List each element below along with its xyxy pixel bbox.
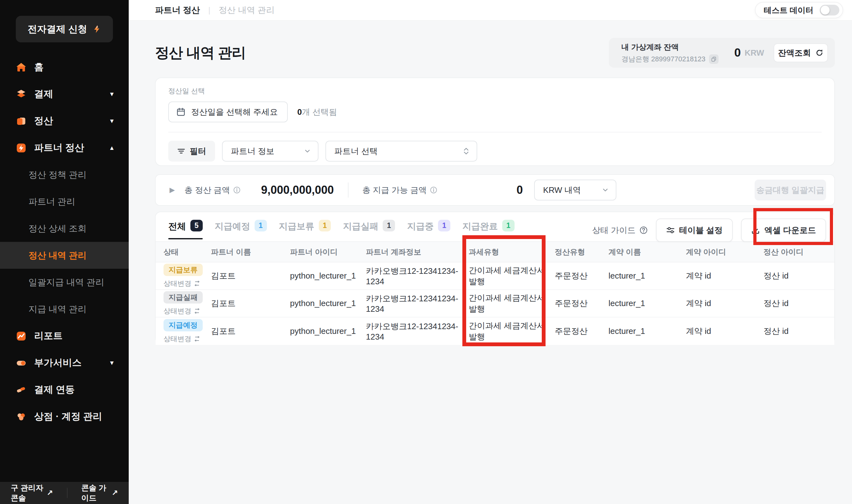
legacy-console-label: 구 관리자콘솔 bbox=[11, 483, 43, 503]
sidebar-item-store-account[interactable]: 상점 · 계정 관리 bbox=[0, 403, 129, 430]
copy-icon[interactable] bbox=[709, 54, 718, 64]
sidebar-item-settlement[interactable]: 정산 ▼ bbox=[0, 108, 129, 134]
sidebar-subitem-settlement-detail[interactable]: 정산 상세 조회 bbox=[0, 215, 129, 242]
sidebar-footer: 구 관리자콘솔 ↗ 콘솔 가이드 ↗ bbox=[0, 482, 129, 504]
filter-card: 정산일 선택 정산일을 선택해 주세요 0개 선택됨 bbox=[155, 77, 835, 166]
bolt-icon bbox=[16, 143, 26, 154]
table-row[interactable]: 지급보류 상태변경 김포트 python_lecturer_1 카카오뱅크12-… bbox=[156, 263, 834, 290]
table-settings-label: 테이블 설정 bbox=[679, 225, 723, 236]
tab-payment-failed[interactable]: 지급실패 1 bbox=[343, 220, 395, 241]
status-change-button[interactable]: 상태변경 bbox=[163, 306, 200, 316]
table-row[interactable]: 지급예정 상태변경 김포트 python_lecturer_1 카카오뱅크12-… bbox=[156, 318, 834, 345]
sidebar-item-payments[interactable]: 결제 ▼ bbox=[0, 80, 129, 108]
subitem-label: 일괄지급 내역 관리 bbox=[29, 276, 104, 288]
cell-settlement-id: 정산 id bbox=[763, 270, 834, 282]
balance-label: 내 가상계좌 잔액 bbox=[621, 42, 718, 52]
tab-count-badge: 1 bbox=[502, 220, 515, 231]
filter-button[interactable]: 필터 bbox=[168, 141, 215, 162]
table-settings-button[interactable]: 테이블 설정 bbox=[656, 218, 733, 242]
table-header: 상태 파트너 이름 파트너 아이디 파트너 계좌정보 과세유형 정산유형 계약 … bbox=[156, 241, 834, 263]
subitem-label: 지급 내역 관리 bbox=[29, 303, 87, 315]
epay-apply-button[interactable]: 전자결제 신청 bbox=[16, 16, 113, 42]
payable-label: 총 지급 가능 금액 bbox=[362, 185, 438, 196]
test-data-pill: 테스트 데이터 bbox=[755, 2, 843, 18]
col-contract-name: 계약 이름 bbox=[608, 247, 686, 257]
tab-count-badge: 1 bbox=[438, 220, 450, 231]
table-row[interactable]: 지급실패 상태변경 김포트 python_lecturer_1 카카오뱅크12-… bbox=[156, 290, 834, 318]
sidebar-subitem-payout-history[interactable]: 지급 내역 관리 bbox=[0, 295, 129, 323]
sidebar-item-report[interactable]: 리포트 bbox=[0, 323, 129, 349]
col-partner-id: 파트너 아이디 bbox=[290, 247, 366, 257]
sidebar-subitem-settlement-history[interactable]: 정산 내역 관리 bbox=[0, 242, 129, 269]
sidebar-subitem-partner-management[interactable]: 파트너 관리 bbox=[0, 188, 129, 215]
payable-text: 총 지급 가능 금액 bbox=[362, 185, 427, 196]
tab-payment-hold[interactable]: 지급보류 1 bbox=[279, 220, 331, 241]
sidebar-item-label: 리포트 bbox=[34, 329, 63, 342]
legacy-console-link[interactable]: 구 관리자콘솔 ↗ bbox=[11, 483, 53, 503]
excel-download-button[interactable]: 엑셀 다운로드 bbox=[741, 218, 826, 242]
settlement-date-picker[interactable]: 정산일을 선택해 주세요 bbox=[168, 102, 288, 122]
cell-partner-id: python_lecturer_1 bbox=[290, 299, 366, 308]
tab-payment-scheduled[interactable]: 지급예정 1 bbox=[215, 220, 267, 241]
cell-contract-name: lecturer_1 bbox=[608, 299, 686, 308]
cell-settlement-id: 정산 id bbox=[763, 326, 834, 337]
sidebar-subitem-bulk-payout-history[interactable]: 일괄지급 내역 관리 bbox=[0, 269, 129, 295]
partner-info-value: 파트너 정보 bbox=[231, 146, 274, 157]
cell-partner-account: 카카오뱅크12-12341234-1234 bbox=[366, 266, 469, 286]
sidebar-item-payment-integration[interactable]: 결제 연동 bbox=[0, 376, 129, 403]
bulk-transfer-button[interactable]: 송금대행 일괄지급 bbox=[755, 180, 826, 200]
info-icon bbox=[233, 186, 241, 194]
topbar: 파트너 정산 | 정산 내역 관리 테스트 데이터 bbox=[129, 0, 852, 21]
cell-tax-type: 간이과세 세금계산서 발행 bbox=[469, 292, 555, 314]
swap-icon bbox=[194, 281, 200, 286]
filter-button-label: 필터 bbox=[190, 146, 206, 157]
expand-arrow-icon[interactable]: ▶ bbox=[170, 186, 175, 194]
sidebar-subitem-settlement-policy[interactable]: 정산 정책 관리 bbox=[0, 161, 129, 188]
cell-partner-id: python_lecturer_1 bbox=[290, 271, 366, 281]
subitem-label: 정산 내역 관리 bbox=[29, 250, 87, 262]
status-change-label: 상태변경 bbox=[163, 334, 191, 344]
balance-info: 내 가상계좌 잔액 경남은행 28999770218123 bbox=[621, 42, 718, 64]
sidebar-item-label: 결제 bbox=[34, 88, 53, 101]
page-header: 정산 내역 관리 내 가상계좌 잔액 경남은행 28999770218123 0… bbox=[155, 38, 835, 68]
cell-settlement-type: 주문정산 bbox=[555, 326, 608, 337]
swap-icon bbox=[194, 308, 200, 314]
status-change-button[interactable]: 상태변경 bbox=[163, 279, 200, 288]
status-change-button[interactable]: 상태변경 bbox=[163, 334, 200, 344]
status-badge: 지급보류 bbox=[163, 264, 203, 276]
sidebar-item-label: 결제 연동 bbox=[34, 383, 75, 396]
sidebar-item-partner-settlement[interactable]: 파트너 정산 ▲ bbox=[0, 134, 129, 161]
date-filter-label: 정산일 선택 bbox=[168, 86, 822, 96]
sidebar-item-label: 부가서비스 bbox=[34, 356, 82, 369]
currency-select[interactable]: KRW 내역 bbox=[534, 180, 616, 200]
console-guide-link[interactable]: 콘솔 가이드 ↗ bbox=[81, 483, 118, 503]
status-badge: 지급예정 bbox=[163, 319, 203, 331]
breadcrumb-parent: 파트너 정산 bbox=[155, 4, 200, 16]
cell-settlement-type: 주문정산 bbox=[555, 270, 608, 282]
toggle-knob bbox=[821, 6, 830, 15]
test-data-toggle[interactable] bbox=[820, 5, 839, 16]
chevron-down-icon: ▼ bbox=[109, 360, 115, 366]
info-icon bbox=[430, 186, 438, 194]
col-status: 상태 bbox=[163, 247, 211, 257]
sidebar-item-home[interactable]: 홈 bbox=[0, 54, 129, 80]
status-guide-link[interactable]: 상태 가이드 bbox=[592, 225, 647, 236]
total-settlement-text: 총 정산 금액 bbox=[184, 185, 230, 196]
page-title: 정산 내역 관리 bbox=[155, 43, 246, 62]
status-guide-label: 상태 가이드 bbox=[592, 225, 635, 236]
partner-select[interactable]: 파트너 선택 bbox=[325, 141, 477, 162]
col-partner-name: 파트너 이름 bbox=[211, 247, 290, 257]
tab-payment-complete[interactable]: 지급완료 1 bbox=[462, 220, 515, 241]
filter-icon bbox=[177, 147, 185, 155]
chevron-down-icon bbox=[304, 148, 311, 155]
cell-partner-name: 김포트 bbox=[211, 298, 290, 309]
partner-info-select[interactable]: 파트너 정보 bbox=[222, 141, 318, 162]
sidebar-item-addon-services[interactable]: 부가서비스 ▼ bbox=[0, 349, 129, 376]
chevron-down-icon: ▼ bbox=[109, 91, 115, 98]
tab-payment-in-progress[interactable]: 지급중 1 bbox=[407, 220, 450, 241]
summary-card: ▶ 총 정산 금액 9,000,000,000 총 지급 가능 금액 0 bbox=[155, 174, 835, 206]
tab-all[interactable]: 전체 5 bbox=[168, 220, 203, 241]
balance-check-button[interactable]: 잔액조회 bbox=[774, 43, 828, 62]
cell-partner-account: 카카오뱅크12-12341234-1234 bbox=[366, 293, 469, 314]
col-settlement-type: 정산유형 bbox=[555, 247, 608, 257]
